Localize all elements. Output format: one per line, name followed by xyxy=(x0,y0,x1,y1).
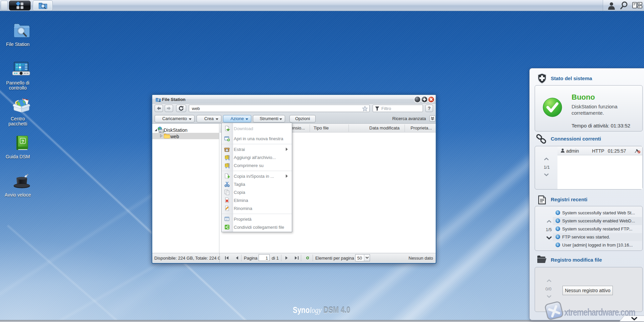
svg-text:?: ? xyxy=(21,139,24,144)
